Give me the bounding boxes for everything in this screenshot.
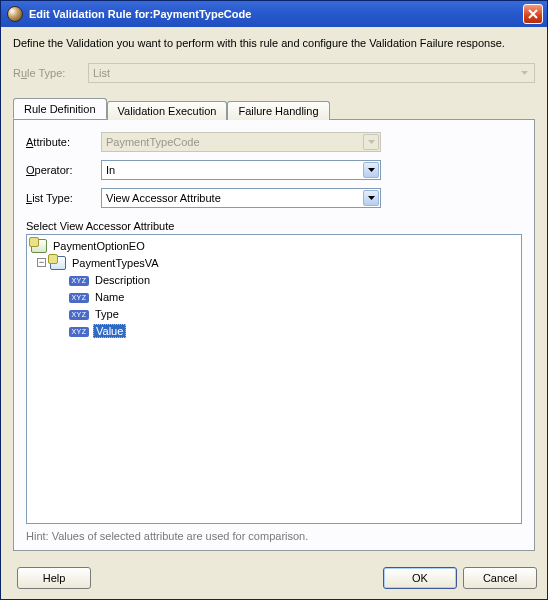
operator-label: Operator: [26, 164, 101, 176]
operator-combo[interactable]: In [101, 160, 381, 180]
view-accessor-icon [50, 256, 66, 270]
list-type-label: List Type: [26, 192, 101, 204]
tree-section-label: Select View Accessor Attribute [26, 220, 522, 232]
tree-va-label: PaymentTypesVA [70, 257, 161, 269]
cancel-button-label: Cancel [483, 572, 517, 584]
chevron-down-icon [363, 190, 379, 206]
rule-type-row: Rule Type: List [13, 63, 535, 83]
tree-node-root[interactable]: PaymentOptionEO [29, 237, 519, 254]
tab-validation-execution-label: Validation Execution [118, 105, 217, 117]
attribute-badge-icon: XYZ [69, 327, 89, 337]
rule-type-value: List [93, 67, 110, 79]
attribute-badge-icon: XYZ [69, 293, 89, 303]
rule-type-combo: List [88, 63, 535, 83]
ok-button-label: OK [412, 572, 428, 584]
attribute-row: Attribute: PaymentTypeCode [26, 132, 522, 152]
dialog-button-row: Help OK Cancel [1, 559, 547, 599]
dialog-window: Edit Validation Rule for: PaymentTypeCod… [0, 0, 548, 600]
list-type-row: List Type: View Accessor Attribute [26, 188, 522, 208]
tree-node-attr[interactable]: XYZ Description [29, 271, 519, 288]
tab-failure-handling-label: Failure Handling [238, 105, 318, 117]
attribute-combo: PaymentTypeCode [101, 132, 381, 152]
help-button[interactable]: Help [17, 567, 91, 589]
cancel-button[interactable]: Cancel [463, 567, 537, 589]
tree-node-va[interactable]: − PaymentTypesVA [29, 254, 519, 271]
collapse-icon[interactable]: − [37, 258, 46, 267]
tree-attr-label: Type [93, 308, 121, 320]
list-type-combo[interactable]: View Accessor Attribute [101, 188, 381, 208]
tree-node-attr[interactable]: XYZ Name [29, 288, 519, 305]
chevron-down-icon [363, 162, 379, 178]
help-button-label: Help [43, 572, 66, 584]
title-prefix: Edit Validation Rule for: [29, 8, 153, 20]
tabpanel-rule-definition: Attribute: PaymentTypeCode Operator: In [13, 119, 535, 551]
tree-attr-label-selected: Value [93, 324, 126, 338]
chevron-down-icon [363, 134, 379, 150]
attribute-value: PaymentTypeCode [106, 136, 200, 148]
dialog-description: Define the Validation you want to perfor… [13, 37, 535, 49]
close-button[interactable] [523, 4, 543, 24]
tree-attr-label: Name [93, 291, 126, 303]
operator-value: In [106, 164, 115, 176]
chevron-down-icon [517, 66, 532, 80]
rule-type-label: Rule Type: [13, 67, 88, 79]
tab-failure-handling[interactable]: Failure Handling [227, 101, 329, 120]
tab-rule-definition[interactable]: Rule Definition [13, 98, 107, 119]
attribute-tree[interactable]: PaymentOptionEO − PaymentTypesVA XYZ Des… [26, 234, 522, 524]
tree-attr-label: Description [93, 274, 152, 286]
app-icon [7, 6, 23, 22]
tree-root-label: PaymentOptionEO [51, 240, 147, 252]
dialog-content: Define the Validation you want to perfor… [1, 27, 547, 559]
hint-text: Hint: Values of selected attribute are u… [26, 530, 522, 542]
attribute-badge-icon: XYZ [69, 276, 89, 286]
titlebar[interactable]: Edit Validation Rule for: PaymentTypeCod… [1, 1, 547, 27]
tree-node-attr[interactable]: XYZ Type [29, 305, 519, 322]
operator-row: Operator: In [26, 160, 522, 180]
tree-node-attr-selected[interactable]: XYZ Value [29, 322, 519, 339]
ok-button[interactable]: OK [383, 567, 457, 589]
list-type-value: View Accessor Attribute [106, 192, 221, 204]
tab-validation-execution[interactable]: Validation Execution [107, 101, 228, 120]
tabstrip: Rule Definition Validation Execution Fai… [13, 97, 535, 119]
entity-icon [31, 239, 47, 253]
attribute-label: Attribute: [26, 136, 101, 148]
title-subject: PaymentTypeCode [153, 8, 251, 20]
attribute-badge-icon: XYZ [69, 310, 89, 320]
close-icon [528, 9, 538, 19]
tab-rule-definition-label: Rule Definition [24, 103, 96, 115]
